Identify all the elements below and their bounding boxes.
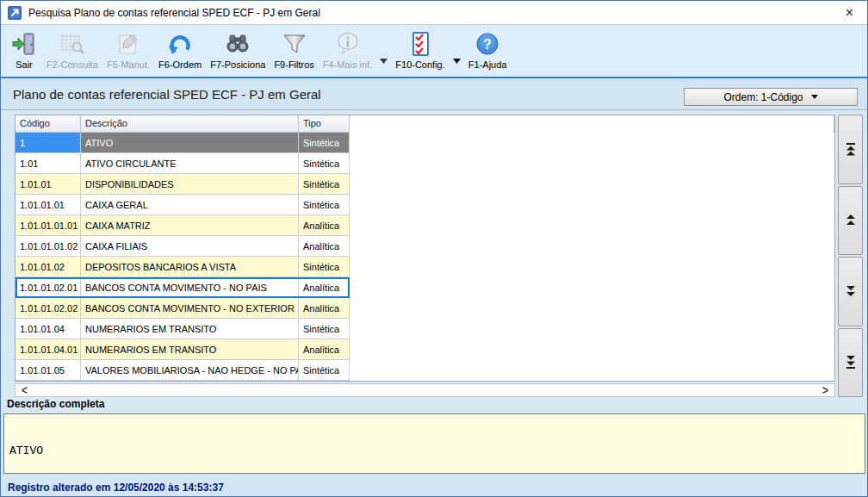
cell-tipo[interactable]: Analítica [299, 277, 350, 298]
table-row[interactable]: 1.01.01.02.01 BANCOS CONTA MOVIMENTO - N… [16, 277, 834, 298]
sair-label: Sair [16, 59, 33, 70]
table-row[interactable]: 1.01.01.01.02 CAIXA FILIAIS Analítica [16, 236, 834, 257]
cell-tipo[interactable]: Sintética [299, 174, 350, 195]
page-up-button[interactable] [838, 186, 863, 256]
f7-posiciona-button[interactable]: F7-Posiciona [206, 29, 270, 71]
f2-consulta-label: F2-Consulta [46, 59, 98, 70]
table-row[interactable]: 1.01.01.05 VALORES MOBILIARIOSA - NAO HE… [16, 360, 834, 381]
grid-header-row: Código Descrição Tipo [16, 115, 834, 133]
table-row[interactable]: 1.01.01.02.02 BANCOS CONTA MOVIMENTO - N… [16, 298, 834, 319]
cell-tipo[interactable]: Sintética [299, 195, 350, 215]
scroll-page-up-icon [846, 214, 856, 226]
f9-filtros-button[interactable]: F9-Filtros [270, 29, 318, 71]
cell-codigo[interactable]: 1.01.01.02 [16, 257, 81, 277]
help-icon: ? [474, 30, 501, 58]
scroll-last-icon [846, 356, 856, 369]
f4-mais-inf-label: F4-Mais inf. [323, 59, 372, 70]
cell-descricao[interactable]: CAIXA GERAL [81, 195, 299, 215]
f10-config-button[interactable]: F10-Config. [391, 29, 449, 71]
cell-codigo[interactable]: 1.01 [16, 153, 81, 174]
cell-tipo[interactable]: Sintética [299, 257, 350, 277]
checklist-icon [406, 30, 434, 58]
page-down-button[interactable] [838, 257, 863, 326]
cell-descricao[interactable]: NUMERARIOS EM TRANSITO [81, 339, 299, 360]
description-panel-label: Descrição completa [7, 398, 104, 410]
binoculars-icon [224, 30, 251, 58]
f1-ajuda-button[interactable]: ? F1-Ajuda [464, 29, 512, 71]
cell-descricao[interactable]: BANCOS CONTA MOVIMENTO - NO PAIS [81, 277, 299, 298]
goto-last-button[interactable] [838, 328, 863, 398]
table-row[interactable]: 1.01.01.01.01 CAIXA MATRIZ Analítica [16, 215, 834, 236]
cell-tipo[interactable]: Sintética [299, 133, 350, 153]
f2-consulta-button: F2-Consulta [42, 29, 102, 71]
column-header-codigo[interactable]: Código [16, 115, 81, 133]
cell-codigo[interactable]: 1.01.01.01.02 [16, 236, 81, 257]
cell-codigo[interactable]: 1.01.01.04.01 [16, 339, 81, 360]
cell-tipo[interactable]: Analítica [299, 339, 350, 360]
record-nav-column [838, 115, 863, 397]
column-header-filler [350, 115, 834, 133]
filter-funnel-icon [281, 30, 308, 58]
f4-mais-inf-button: F4-Mais inf. [319, 29, 376, 71]
cell-tipo[interactable]: Analítica [299, 298, 350, 319]
order-dropdown-button[interactable]: Ordem: 1-Código [684, 88, 858, 106]
title-bar[interactable]: Pesquisa Plano de contas referencial SPE… [1, 1, 867, 25]
table-row[interactable]: 1.01 ATIVO CIRCULANTE Sintética [16, 153, 834, 174]
close-icon[interactable]: × [839, 6, 860, 20]
table-row[interactable]: 1.01.01.01 CAIXA GERAL Sintética [16, 195, 834, 215]
page-title: Plano de contas referencial SPED ECF - P… [13, 87, 321, 102]
cell-codigo[interactable]: 1.01.01.05 [16, 360, 81, 381]
table-row[interactable]: 1.01.01.04 NUMERARIOS EM TRANSITO Sintét… [16, 319, 834, 339]
cell-descricao[interactable]: ATIVO CIRCULANTE [81, 153, 299, 174]
goto-first-button[interactable] [838, 115, 863, 184]
full-description-memo[interactable]: ATIVO Data validade inicial: 01/01/2014 … [3, 413, 865, 474]
scroll-page-down-icon [846, 286, 856, 297]
chevron-down-icon [811, 95, 818, 99]
cell-tipo[interactable]: Sintética [299, 360, 350, 381]
svg-text:?: ? [483, 37, 492, 52]
table-row[interactable]: 1.01.01.04.01 NUMERARIOS EM TRANSITO Ana… [16, 339, 834, 360]
cell-descricao[interactable]: CAIXA FILIAIS [81, 236, 299, 257]
grid-body: 1 ATIVO Sintética 1.01 ATIVO CIRCULANTE … [16, 133, 834, 381]
cell-tipo[interactable]: Analítica [299, 215, 350, 236]
scroll-first-icon [846, 143, 856, 156]
window-title: Pesquisa Plano de contas referencial SPE… [28, 7, 320, 19]
horizontal-scrollbar[interactable]: < > [15, 383, 835, 397]
toolbar: Sair F2-Consulta F5-Manut. F6-Ordem F7-P [1, 25, 867, 78]
cell-descricao[interactable]: DEPOSITOS BANCARIOS A VISTA [81, 257, 299, 277]
cell-codigo[interactable]: 1.01.01.02.02 [16, 298, 81, 319]
cell-descricao[interactable]: CAIXA MATRIZ [81, 215, 299, 236]
table-row[interactable]: 1.01.01.02 DEPOSITOS BANCARIOS A VISTA S… [16, 257, 834, 277]
cell-descricao[interactable]: NUMERARIOS EM TRANSITO [81, 319, 299, 339]
config-dropdown-arrow-icon[interactable] [450, 52, 464, 67]
cell-tipo[interactable]: Sintética [299, 319, 350, 339]
sair-button[interactable]: Sair [6, 29, 42, 71]
window: Pesquisa Plano de contas referencial SPE… [0, 0, 868, 497]
cell-codigo[interactable]: 1.01.01.04 [16, 319, 81, 339]
cell-codigo[interactable]: 1.01.01 [16, 174, 81, 195]
f10-config-label: F10-Config. [395, 59, 444, 70]
column-header-tipo[interactable]: Tipo [299, 115, 350, 133]
order-dropdown-label: Ordem: 1-Código [723, 91, 803, 103]
column-header-descricao[interactable]: Descrição [81, 115, 299, 133]
cell-descricao[interactable]: VALORES MOBILIARIOSA - NAO HEDGE - NO PA… [81, 360, 299, 381]
f5-manut-button: F5-Manut. [102, 29, 154, 71]
exit-door-icon [10, 30, 38, 58]
f6-ordem-button[interactable]: F6-Ordem [154, 29, 206, 71]
cell-tipo[interactable]: Sintética [299, 153, 350, 174]
mais-inf-dropdown-arrow-icon[interactable] [376, 52, 391, 67]
cell-codigo[interactable]: 1 [16, 133, 81, 153]
status-bar: Registro alterado em 12/05/2020 às 14:53… [1, 474, 867, 497]
scroll-right-icon[interactable]: > [822, 384, 828, 397]
table-row[interactable]: 1.01.01 DISPONIBILIDADES Sintética [16, 174, 834, 195]
cell-codigo[interactable]: 1.01.01.01.01 [16, 215, 81, 236]
cell-codigo[interactable]: 1.01.01.02.01 [16, 277, 81, 298]
cell-descricao[interactable]: BANCOS CONTA MOVIMENTO - NO EXTERIOR [81, 298, 299, 319]
cell-descricao[interactable]: DISPONIBILIDADES [81, 174, 299, 195]
cell-descricao[interactable]: ATIVO [81, 133, 299, 153]
cell-tipo[interactable]: Analítica [299, 236, 350, 257]
scroll-left-icon[interactable]: < [22, 384, 28, 397]
info-bubble-icon [334, 30, 362, 58]
cell-codigo[interactable]: 1.01.01.01 [16, 195, 81, 215]
table-row[interactable]: 1 ATIVO Sintética [16, 133, 834, 153]
